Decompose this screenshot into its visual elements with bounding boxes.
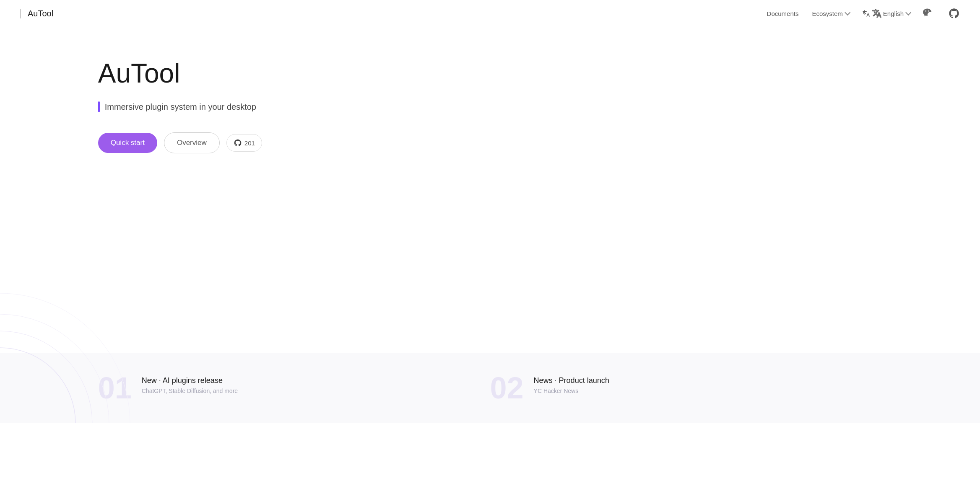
news-number-2: 02 bbox=[490, 373, 524, 403]
news-content-2: News · Product launch YC Hacker News bbox=[534, 373, 609, 394]
nav-logo[interactable]: AuTool bbox=[20, 9, 53, 18]
news-section: 01 New · AI plugins release ChatGPT, Sta… bbox=[0, 353, 980, 423]
page-wrapper: AuTool Immersive plugin system in your d… bbox=[0, 0, 980, 504]
news-content-1: New · AI plugins release ChatGPT, Stable… bbox=[142, 373, 238, 394]
overview-button[interactable]: Overview bbox=[164, 132, 220, 153]
github-nav-icon[interactable] bbox=[948, 8, 960, 19]
news-item-1: 01 New · AI plugins release ChatGPT, Sta… bbox=[98, 373, 490, 403]
news-title-1: New · AI plugins release bbox=[142, 376, 238, 385]
github-stars-button[interactable]: 201 bbox=[226, 134, 262, 152]
translate-icon-svg bbox=[872, 9, 881, 18]
language-chevron-icon bbox=[905, 10, 911, 16]
hero-title: AuTool bbox=[98, 59, 980, 88]
github-stars-icon bbox=[234, 139, 242, 147]
documents-link[interactable]: Documents bbox=[767, 10, 799, 17]
news-item-2: 02 News · Product launch YC Hacker News bbox=[490, 373, 882, 403]
language-selector[interactable]: English bbox=[862, 9, 910, 18]
hero-section: AuTool Immersive plugin system in your d… bbox=[0, 0, 980, 353]
stars-count: 201 bbox=[244, 140, 255, 147]
ecosystem-link[interactable]: Ecosystem bbox=[812, 10, 848, 17]
news-number-1: 01 bbox=[98, 373, 132, 403]
main-content: AuTool Immersive plugin system in your d… bbox=[0, 0, 980, 423]
ecosystem-chevron-icon bbox=[845, 10, 850, 16]
quick-start-button[interactable]: Quick start bbox=[98, 133, 157, 153]
translate-icon bbox=[862, 9, 871, 18]
subtitle-bar bbox=[98, 101, 100, 112]
language-label: English bbox=[883, 10, 904, 17]
hero-subtitle-text: Immersive plugin system in your desktop bbox=[105, 102, 256, 112]
news-title-2: News · Product launch bbox=[534, 376, 609, 385]
wechat-icon[interactable] bbox=[923, 8, 935, 19]
hero-subtitle: Immersive plugin system in your desktop bbox=[98, 101, 980, 112]
hero-actions: Quick start Overview 201 bbox=[98, 132, 980, 153]
news-subtitle-2: YC Hacker News bbox=[534, 388, 609, 394]
news-subtitle-1: ChatGPT, Stable Diffusion, and more bbox=[142, 388, 238, 394]
nav-right: Documents Ecosystem English bbox=[767, 8, 960, 19]
ecosystem-label: Ecosystem bbox=[812, 10, 842, 17]
navbar: AuTool Documents Ecosystem English bbox=[0, 0, 980, 27]
